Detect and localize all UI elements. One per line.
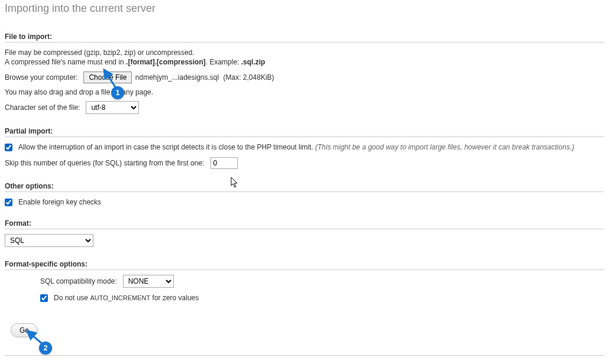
noauto-checkbox[interactable] <box>40 294 48 302</box>
compress-note-line1: File may be compressed (gzip, bzip2, zip… <box>5 48 195 57</box>
compress-note-line2c: . Example: <box>206 58 241 66</box>
compress-note-line2a: A compressed file's name must end in <box>5 58 126 66</box>
noauto-prefix: Do not use <box>54 294 90 302</box>
interrupt-note: (This might be a good way to import larg… <box>315 143 574 151</box>
heading-format-specific: Format-specific options: <box>5 260 604 270</box>
skip-input[interactable] <box>210 157 238 169</box>
fk-checkbox[interactable] <box>5 199 12 206</box>
cursor-icon <box>231 177 239 188</box>
callout-2: 2 <box>39 342 52 355</box>
compat-select[interactable]: NONE <box>123 275 174 288</box>
section-partial-import: Partial import: Allow the interruption o… <box>5 127 604 169</box>
max-size: (Max: 2,048KiB) <box>223 73 274 82</box>
compress-note: File may be compressed (gzip, bzip2, zip… <box>5 48 604 67</box>
section-format: Format: SQL <box>5 219 604 247</box>
compress-note-example: .sql.zip <box>241 58 265 66</box>
heading-other-options: Other options: <box>5 182 604 192</box>
page-title: Importing into the current server <box>5 2 604 15</box>
heading-file-import: File to import: <box>5 32 604 43</box>
section-other-options: Other options: Enable foreign key checks <box>5 182 604 206</box>
interrupt-label: Allow the interruption of an import in c… <box>18 143 313 151</box>
section-file-import: File to import: File may be compressed (… <box>5 32 604 114</box>
charset-select[interactable]: utf-8 <box>86 101 139 114</box>
heading-partial-import: Partial import: <box>5 127 604 137</box>
noauto-suffix: for zero values <box>150 294 199 302</box>
drag-drop-note: You may also drag and drop a file on any… <box>5 88 604 96</box>
format-select[interactable]: SQL <box>5 234 93 247</box>
compress-note-format: .[format].[compression] <box>126 58 206 66</box>
charset-row: Character set of the file: utf-8 <box>5 101 604 114</box>
interrupt-row: Allow the interruption of an import in c… <box>5 143 604 151</box>
noauto-code: AUTO_INCREMENT <box>90 294 150 301</box>
callout-1: 1 <box>111 86 124 99</box>
heading-format: Format: <box>5 219 604 229</box>
charset-label: Character set of the file: <box>5 103 80 112</box>
selected-filename: ndmehjym_...iadesigns.sql <box>135 73 219 82</box>
browse-label: Browse your computer: <box>5 73 77 82</box>
browse-row: Browse your computer: Choose File ndmehj… <box>5 72 604 83</box>
fk-row: Enable foreign key checks <box>5 198 604 206</box>
fk-label: Enable foreign key checks <box>18 198 101 206</box>
compat-row: SQL compatibility mode: NONE <box>40 275 604 288</box>
compat-label: SQL compatibility mode: <box>40 277 117 285</box>
section-format-specific: Format-specific options: SQL compatibili… <box>5 260 604 302</box>
skip-label: Skip this number of queries (for SQL) st… <box>5 159 204 167</box>
divider <box>5 355 604 356</box>
noauto-row: Do not use AUTO_INCREMENT for zero value… <box>40 294 604 302</box>
interrupt-checkbox[interactable] <box>5 144 12 151</box>
skip-row: Skip this number of queries (for SQL) st… <box>5 157 604 169</box>
